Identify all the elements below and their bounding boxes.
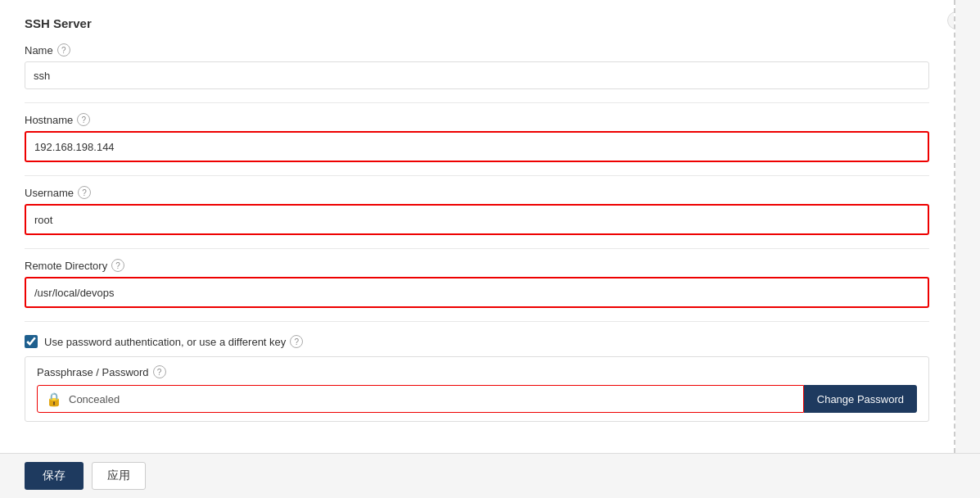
remote-directory-label-text: Remote Directory bbox=[25, 260, 107, 272]
save-button[interactable]: 保存 bbox=[25, 462, 84, 490]
name-label-text: Name bbox=[25, 44, 53, 57]
password-auth-help-icon[interactable]: ? bbox=[290, 335, 303, 348]
lock-icon: 🔒 bbox=[46, 392, 62, 407]
bottom-bar: 保存 应用 bbox=[0, 453, 980, 498]
hostname-input-wrapper bbox=[25, 131, 929, 162]
change-password-button[interactable]: Change Password bbox=[804, 385, 917, 413]
save-label: 保存 bbox=[43, 469, 65, 482]
remote-directory-input[interactable] bbox=[26, 278, 928, 306]
close-button[interactable]: × bbox=[947, 11, 955, 29]
password-auth-field-group: Use password authentication, or use a di… bbox=[25, 321, 929, 422]
username-input-wrapper bbox=[25, 204, 929, 235]
hostname-field-group: Hostname ? bbox=[25, 102, 929, 162]
close-icon: × bbox=[953, 15, 955, 27]
passphrase-help-icon[interactable]: ? bbox=[153, 365, 166, 378]
password-auth-label-text: Use password authentication, or use a di… bbox=[44, 336, 286, 348]
panel-title: SSH Server bbox=[25, 16, 92, 30]
username-label: Username ? bbox=[25, 186, 929, 199]
concealed-text: Concealed bbox=[69, 393, 120, 405]
change-password-label: Change Password bbox=[817, 393, 904, 405]
passphrase-label-text: Passphrase / Password bbox=[37, 366, 149, 378]
remote-directory-field-group: Remote Directory ? bbox=[25, 248, 929, 308]
main-content: × SSH Server Name ? Hostname ? bbox=[0, 0, 980, 453]
name-input[interactable] bbox=[25, 61, 929, 89]
username-help-icon[interactable]: ? bbox=[78, 186, 91, 199]
hostname-label: Hostname ? bbox=[25, 113, 929, 126]
password-auth-checkbox-row: Use password authentication, or use a di… bbox=[25, 335, 929, 348]
password-auth-checkbox[interactable] bbox=[25, 335, 38, 348]
name-help-icon[interactable]: ? bbox=[57, 43, 70, 57]
password-display: 🔒 Concealed bbox=[37, 385, 804, 413]
hostname-input[interactable] bbox=[26, 133, 928, 161]
apply-label: 应用 bbox=[107, 469, 130, 482]
apply-button[interactable]: 应用 bbox=[92, 462, 146, 490]
right-panel bbox=[955, 0, 980, 453]
hostname-help-icon[interactable]: ? bbox=[77, 113, 90, 126]
remote-directory-help-icon[interactable]: ? bbox=[111, 259, 124, 272]
password-row: 🔒 Concealed Change Password bbox=[37, 385, 917, 413]
username-field-group: Username ? bbox=[25, 175, 929, 235]
password-section: Passphrase / Password ? 🔒 Concealed Chan… bbox=[25, 356, 929, 422]
form-panel: × SSH Server Name ? Hostname ? bbox=[0, 0, 955, 453]
page-wrapper: × SSH Server Name ? Hostname ? bbox=[0, 0, 980, 498]
remote-directory-input-wrapper bbox=[25, 277, 929, 308]
passphrase-label: Passphrase / Password ? bbox=[37, 365, 917, 378]
username-label-text: Username bbox=[25, 187, 74, 199]
remote-directory-label: Remote Directory ? bbox=[25, 259, 929, 272]
hostname-label-text: Hostname bbox=[25, 114, 73, 126]
name-field-group: Name ? bbox=[25, 43, 929, 89]
name-label: Name ? bbox=[25, 43, 929, 57]
password-auth-label: Use password authentication, or use a di… bbox=[44, 335, 303, 348]
section-title: SSH Server bbox=[25, 16, 929, 30]
username-input[interactable] bbox=[26, 206, 928, 233]
